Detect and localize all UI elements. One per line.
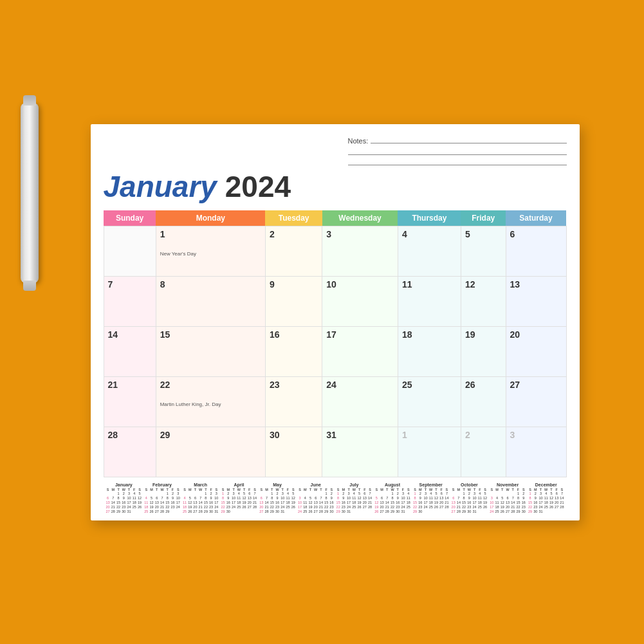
day-number: 3 [326,229,394,239]
day-number: 2 [270,229,318,239]
day-number: 25 [402,380,457,390]
day-cell: 13 [506,276,566,326]
day-number: 31 [326,430,394,440]
day-cell: 2 [461,427,506,477]
mini-calendar-title: September [412,483,450,487]
day-cell: 20 [506,326,566,376]
mini-calendar-title: February [143,483,181,487]
day-cell: 27 [506,376,566,427]
day-headers-row: Sunday Monday Tuesday Wednesday Thursday… [104,210,566,226]
day-cell: 26 [461,376,506,427]
day-cell: 1New Year's Day [156,226,265,276]
day-number: 23 [270,380,318,390]
day-cell: 5 [461,226,506,276]
day-number: 14 [108,329,152,340]
mini-calendar-title: December [528,483,565,487]
sunday-header: Sunday [104,210,156,226]
calendar-card: Notes: January 2024 Sunday Monday Tuesda… [91,124,580,520]
day-number: 9 [270,279,318,290]
mini-calendar: AugustSMTWTFS123456789101112131415161718… [373,483,412,514]
day-cell: 2 [265,226,322,276]
notes-line-2 [348,147,567,155]
mini-calendar: OctoberSMTWTFS12345678910111213141516171… [450,483,489,514]
day-cell: 24 [322,376,398,427]
monday-header: Monday [156,210,265,226]
day-cell: 11 [398,276,461,326]
day-cell: 4 [398,226,461,276]
notes-line-1 [371,136,566,143]
day-number: 28 [108,430,152,440]
mini-calendar: AprilSMTWTFS1234567891011121314151617181… [220,483,259,514]
notes-line-3 [348,158,567,165]
day-number: 24 [326,380,394,390]
mini-calendar-title: April [221,483,258,487]
day-number: 2 [465,430,502,440]
calendar-week-row: 2122Martin Luther King, Jr. Day232425262… [104,376,566,427]
day-number: 29 [160,430,261,440]
day-number: 7 [108,279,152,290]
mini-calendar: NovemberSMTWTFS1234567891011121314151617… [488,483,527,514]
day-cell: 14 [104,326,156,376]
calendar-week-row: 14151617181920 [104,326,566,376]
day-cell: 3 [506,427,566,477]
day-number: 21 [108,380,152,390]
day-cell: 7 [104,276,156,326]
day-number: 5 [465,229,502,239]
mini-calendar: SeptemberSMTWTFS123456789101112131415161… [412,483,450,514]
mini-calendar: JulySMTWTFS12345678910111213141516171819… [335,483,374,514]
day-number: 6 [510,229,562,239]
mini-calendar: MarchSMTWTFS1234567891011121314151617181… [181,483,220,514]
day-cell: 16 [265,326,322,376]
day-cell: 12 [461,276,506,326]
holiday-label: Martin Luther King, Jr. Day [160,401,261,408]
day-number: 17 [326,329,394,340]
mini-calendar-title: October [451,483,488,487]
day-cell: 28 [104,427,156,477]
day-cell: 22Martin Luther King, Jr. Day [156,376,265,427]
day-cell: 9 [265,276,322,326]
year-name: 2024 [225,170,291,203]
day-cell: 31 [322,427,398,477]
day-cell: 8 [156,276,265,326]
day-number: 11 [402,279,457,290]
month-title: January 2024 [104,169,567,204]
mini-calendar: MaySMTWTFS123456789101112131415161718192… [258,483,297,514]
mini-calendar: JanuarySMTWTFS12345678910111213141516171… [105,483,143,514]
day-cell: 18 [398,326,461,376]
friday-header: Friday [461,210,506,226]
day-cell: 6 [506,226,566,276]
day-number: 18 [402,329,457,340]
day-number: 10 [326,279,394,290]
calendar-week-row: 1New Year's Day23456 [104,226,566,276]
day-number: 13 [510,279,562,290]
saturday-header: Saturday [506,210,566,226]
notes-section: Notes: [104,136,567,165]
month-name: January [104,170,217,203]
day-number: 30 [270,430,318,440]
day-number: 27 [510,380,562,390]
day-number: 3 [510,430,562,440]
day-number: 20 [510,329,562,340]
day-number: 26 [465,380,502,390]
calendar-body: 1New Year's Day2345678910111213141516171… [104,226,566,477]
calendar-week-row: 78910111213 [104,276,566,326]
day-cell: 19 [461,326,506,376]
day-number: 4 [402,229,457,239]
day-number: 1 [402,430,457,440]
mini-calendar-title: March [182,483,219,487]
day-cell: 10 [322,276,398,326]
mini-calendar-title: July [336,483,373,487]
day-cell: 1 [398,427,461,477]
mini-calendar-title: August [374,483,411,487]
tuesday-header: Tuesday [265,210,322,226]
day-cell: 23 [265,376,322,427]
day-cell: 15 [156,326,265,376]
day-number: 12 [465,279,502,290]
mini-calendar-title: November [489,483,526,487]
thursday-header: Thursday [398,210,461,226]
calendar-grid: Sunday Monday Tuesday Wednesday Thursday… [104,210,567,477]
mini-calendar-title: June [297,483,335,487]
notes-area: Notes: [348,136,567,165]
holiday-label: New Year's Day [160,251,261,257]
mini-calendar: JuneSMTWTFS12345678910111213141516171819… [297,483,335,514]
